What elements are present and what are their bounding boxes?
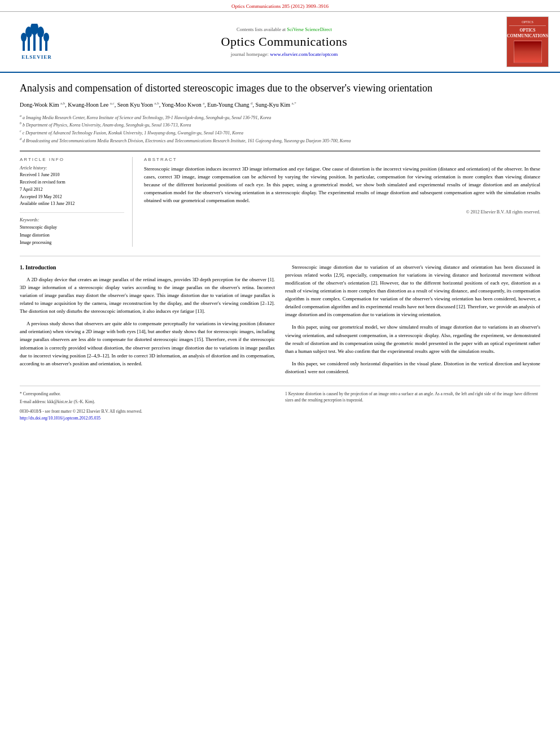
svg-rect-0 (23, 41, 25, 51)
elsevier-tree-icon (20, 24, 54, 53)
keywords-section: Keywords: Stereoscopic display Image dis… (20, 217, 124, 247)
svg-point-9 (43, 33, 49, 42)
journal-top-bar: Optics Communications 285 (2012) 3909–39… (0, 0, 560, 12)
authors: Dong-Wook Kim a,b, Kwang-Hoon Lee a,c, S… (20, 101, 540, 110)
intro-para-5: In this paper, we considered only horizo… (285, 360, 540, 375)
article-info-abstract-section: ARTICLE INFO Article history: Received 1… (20, 151, 540, 247)
text-col-right: Stereoscopic image distortion due to var… (285, 263, 540, 380)
keywords-list: Stereoscopic display Image distortion Im… (20, 224, 124, 247)
journal-homepage: journal homepage: www.elsevier.com/locat… (62, 51, 506, 57)
article-info: ARTICLE INFO Article history: Received 1… (20, 157, 133, 247)
footer-notes: * Corresponding author. E-mail address: … (20, 386, 540, 421)
journal-header: ELSEVIER Contents lists available at Sci… (0, 12, 560, 73)
intro-para-4: In this paper, using our geometrical mod… (285, 323, 540, 355)
journal-cover-image: OPTICS OPTICS COMMUNICATIONS (506, 16, 549, 67)
abstract-text: Stereoscopic image distortion induces in… (144, 165, 540, 205)
elsevier-label: ELSEVIER (21, 54, 52, 60)
abstract-section: ABSTRACT Stereoscopic image distortion i… (144, 157, 540, 247)
journal-main-title: Optics Communications (62, 34, 506, 49)
svg-rect-6 (40, 36, 42, 51)
doi-url[interactable]: http://dx.doi.org/10.1016/j.optcom.2012.… (20, 415, 275, 421)
footnote-1: 1 Keystone distortion is caused by the p… (285, 391, 540, 404)
text-col-left: 1. Introduction A 2D display device that… (20, 263, 275, 380)
intro-section-title: 1. Introduction (20, 263, 275, 272)
svg-rect-2 (28, 36, 30, 51)
intro-para-1: A 2D display device that creates an imag… (20, 276, 275, 315)
corresponding-author-note: * Corresponding author. (20, 391, 275, 397)
article-info-title: ARTICLE INFO (20, 157, 124, 162)
article-dates: Received 1 June 2010 Received in revised… (20, 172, 124, 208)
footer-col-right: 1 Keystone distortion is caused by the p… (285, 391, 540, 421)
svg-point-7 (37, 27, 44, 38)
elsevier-logo: ELSEVIER (11, 24, 62, 60)
email-line: E-mail address: kkk@kist.re.kr (S.-K. Ki… (20, 399, 275, 405)
abstract-title: ABSTRACT (144, 157, 540, 162)
intro-para-3: Stereoscopic image distortion due to var… (285, 263, 540, 318)
intro-para-2: A previous study shows that observers ar… (20, 320, 275, 367)
footer-col-left: * Corresponding author. E-mail address: … (20, 391, 275, 421)
keywords-label: Keywords: (20, 217, 124, 222)
affiliations: a a Imaging Media Research Center, Korea… (20, 113, 540, 145)
article-title: Analysis and compensation of distorted s… (20, 81, 540, 95)
journal-title-block: Contents lists available at SciVerse Sci… (62, 27, 506, 57)
doi-line: 0030-4018/$ - see front matter © 2012 El… (20, 408, 275, 414)
history-label: Article history: (20, 165, 124, 171)
svg-rect-8 (45, 41, 47, 51)
abstract-copyright: © 2012 Elsevier B.V. All rights reserved… (144, 209, 540, 215)
article-body: Analysis and compensation of distorted s… (0, 73, 560, 433)
main-text-columns: 1. Introduction A 2D display device that… (20, 256, 540, 380)
contents-line: Contents lists available at SciVerse Sci… (62, 27, 506, 32)
article-history: Article history: Received 1 June 2010 Re… (20, 165, 124, 213)
